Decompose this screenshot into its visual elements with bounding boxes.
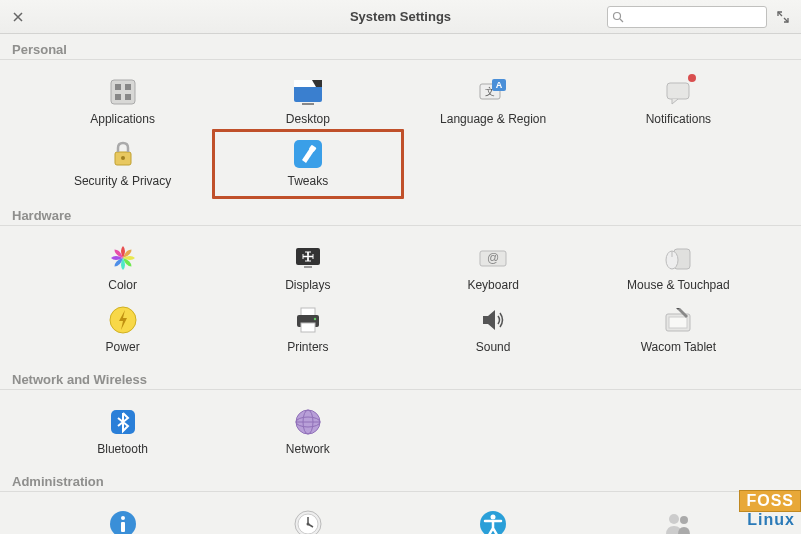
svg-line-1 bbox=[620, 19, 623, 22]
item-label: Power bbox=[106, 340, 140, 354]
notification-badge bbox=[688, 74, 696, 82]
section-title-personal: Personal bbox=[0, 38, 801, 59]
user-accounts-icon bbox=[662, 508, 694, 534]
sound-icon bbox=[477, 304, 509, 336]
svg-rect-32 bbox=[669, 317, 687, 328]
item-security-privacy[interactable]: Security & Privacy bbox=[30, 132, 215, 196]
printers-icon bbox=[292, 304, 324, 336]
displays-icon bbox=[292, 242, 324, 274]
item-displays[interactable]: Displays bbox=[215, 236, 400, 298]
grid-personal: Applications Desktop 文A Language & Regio… bbox=[0, 64, 801, 204]
divider bbox=[0, 59, 801, 60]
item-label: Displays bbox=[285, 278, 330, 292]
item-label: Desktop bbox=[286, 112, 330, 126]
item-date-time[interactable]: Date & Time bbox=[215, 502, 400, 534]
section-title-hardware: Hardware bbox=[0, 204, 801, 225]
svg-point-48 bbox=[669, 514, 679, 524]
watermark-linux: Linux bbox=[739, 512, 801, 528]
tweaks-icon bbox=[292, 138, 324, 170]
svg-point-49 bbox=[680, 516, 688, 524]
item-color[interactable]: Color bbox=[30, 236, 215, 298]
universal-access-icon bbox=[477, 508, 509, 534]
item-label: Mouse & Touchpad bbox=[627, 278, 730, 292]
color-icon bbox=[107, 242, 139, 274]
svg-rect-3 bbox=[115, 84, 121, 90]
item-label: Bluetooth bbox=[97, 442, 148, 456]
divider bbox=[0, 389, 801, 390]
svg-rect-2 bbox=[111, 80, 135, 104]
network-icon bbox=[292, 406, 324, 438]
search-field[interactable] bbox=[607, 6, 767, 28]
section-title-network: Network and Wireless bbox=[0, 368, 801, 389]
svg-point-47 bbox=[491, 515, 496, 520]
item-label: Keyboard bbox=[467, 278, 518, 292]
close-button[interactable] bbox=[8, 7, 28, 27]
item-sound[interactable]: Sound bbox=[401, 298, 586, 360]
wacom-tablet-icon bbox=[662, 304, 694, 336]
divider bbox=[0, 491, 801, 492]
svg-rect-14 bbox=[667, 83, 689, 99]
svg-point-39 bbox=[121, 516, 125, 520]
item-universal-access[interactable]: Universal Access bbox=[401, 502, 586, 534]
mouse-touchpad-icon bbox=[662, 242, 694, 274]
item-label: Printers bbox=[287, 340, 328, 354]
svg-rect-4 bbox=[125, 84, 131, 90]
section-title-administration: Administration bbox=[0, 470, 801, 491]
power-icon bbox=[107, 304, 139, 336]
svg-rect-29 bbox=[301, 323, 315, 332]
svg-rect-5 bbox=[115, 94, 121, 100]
desktop-icon bbox=[292, 76, 324, 108]
item-label: Color bbox=[108, 278, 137, 292]
item-label: Network bbox=[286, 442, 330, 456]
svg-rect-40 bbox=[121, 522, 125, 532]
item-mouse-touchpad[interactable]: Mouse & Touchpad bbox=[586, 236, 771, 298]
grid-hardware: Color Displays @ Keyboard Mouse & Touchp… bbox=[0, 230, 801, 368]
svg-point-16 bbox=[121, 156, 125, 160]
item-language-region[interactable]: 文A Language & Region bbox=[401, 70, 586, 132]
titlebar: System Settings bbox=[0, 0, 801, 34]
bluetooth-icon bbox=[107, 406, 139, 438]
item-printers[interactable]: Printers bbox=[215, 298, 400, 360]
applications-icon bbox=[107, 76, 139, 108]
item-label: Notifications bbox=[646, 112, 711, 126]
svg-point-0 bbox=[614, 12, 621, 19]
svg-text:@: @ bbox=[487, 251, 499, 265]
watermark-foss: FOSS bbox=[739, 490, 801, 512]
svg-text:A: A bbox=[496, 80, 503, 90]
about-icon bbox=[107, 508, 139, 534]
item-label: Wacom Tablet bbox=[641, 340, 716, 354]
svg-point-30 bbox=[314, 318, 316, 320]
grid-network: Bluetooth Network bbox=[0, 394, 801, 470]
svg-rect-6 bbox=[125, 94, 131, 100]
search-input[interactable] bbox=[628, 10, 762, 24]
item-applications[interactable]: Applications bbox=[30, 70, 215, 132]
content-area: Personal Applications Desktop 文A Languag… bbox=[0, 34, 801, 534]
svg-rect-27 bbox=[301, 308, 315, 316]
grid-administration: About Date & Time Universal Access User … bbox=[0, 496, 801, 534]
divider bbox=[0, 225, 801, 226]
language-region-icon: 文A bbox=[477, 76, 509, 108]
search-icon bbox=[612, 11, 624, 23]
item-bluetooth[interactable]: Bluetooth bbox=[30, 400, 215, 462]
item-about[interactable]: About bbox=[30, 502, 215, 534]
item-power[interactable]: Power bbox=[30, 298, 215, 360]
item-label: Language & Region bbox=[440, 112, 546, 126]
lock-icon bbox=[107, 138, 139, 170]
svg-point-45 bbox=[306, 523, 309, 526]
item-label: Sound bbox=[476, 340, 511, 354]
maximize-button[interactable] bbox=[773, 7, 793, 27]
window-title: System Settings bbox=[350, 9, 451, 24]
item-network[interactable]: Network bbox=[215, 400, 400, 462]
item-label: Security & Privacy bbox=[74, 174, 171, 188]
watermark: FOSS Linux bbox=[739, 490, 801, 528]
date-time-icon bbox=[292, 508, 324, 534]
item-desktop[interactable]: Desktop bbox=[215, 70, 400, 132]
item-tweaks[interactable]: Tweaks bbox=[212, 129, 403, 199]
item-wacom-tablet[interactable]: Wacom Tablet bbox=[586, 298, 771, 360]
item-label: Tweaks bbox=[288, 174, 329, 188]
item-notifications[interactable]: Notifications bbox=[586, 70, 771, 132]
svg-rect-9 bbox=[302, 103, 314, 105]
item-label: Applications bbox=[90, 112, 155, 126]
keyboard-icon: @ bbox=[477, 242, 509, 274]
item-keyboard[interactable]: @ Keyboard bbox=[401, 236, 586, 298]
